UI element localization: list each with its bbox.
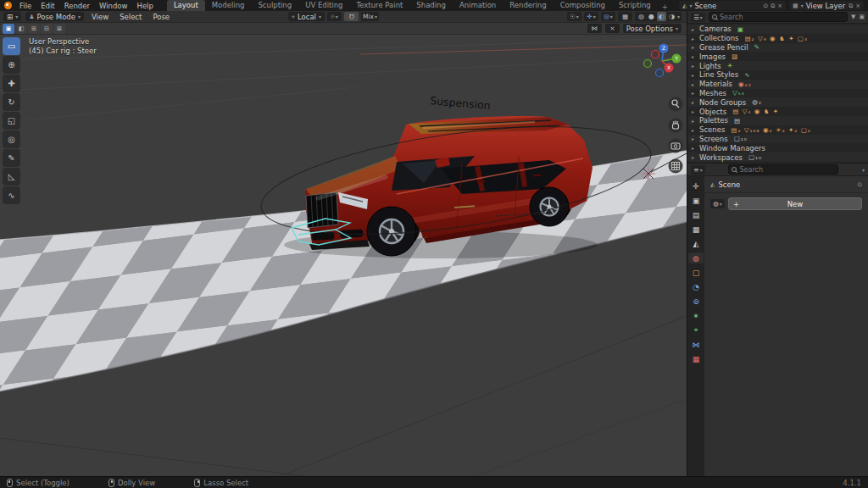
new-world-button[interactable]: + New [728,197,862,210]
workspace-tab[interactable]: Layout [167,0,205,11]
select-mode-button[interactable]: ⊟ [41,24,53,34]
expand-icon[interactable]: ▸ [692,44,697,50]
expand-icon[interactable]: ▸ [692,127,697,133]
pin-icon[interactable]: ⊙ [763,3,768,9]
select-mode-button[interactable]: ⊠ [53,24,65,34]
properties-tab[interactable]: ◔ [688,281,704,292]
outliner-row[interactable]: ▸ Line Styles ∿ [687,70,868,80]
transform-orientation-selector[interactable]: ⌖ Local ▾ [288,12,325,21]
viewport-menu[interactable]: View [88,13,112,21]
select-mode-button[interactable]: ▣ [3,24,14,34]
outliner-row[interactable]: ▸ Collections ▤₂ ▽₉ ◉ ♞ ✦ ▢₄ [687,34,868,43]
topbar-menu[interactable]: Render [60,1,94,11]
blender-logo-icon[interactable] [4,2,12,9]
expand-icon[interactable]: ▸ [692,53,697,59]
visibility-dropdown[interactable]: ☉ ▾ [567,12,581,21]
workspace-tab[interactable]: Compositing [554,0,612,11]
outliner-row[interactable]: ▸ Grease Pencil ✎ [687,43,868,53]
properties-tab[interactable]: ◭ [688,238,704,249]
outliner-row[interactable]: ▸ Cameras ▣ [687,25,868,34]
properties-tab[interactable]: ▦ [688,224,704,235]
workspace-tab[interactable]: Sculpting [251,0,298,11]
expand-icon[interactable]: ▸ [692,26,697,32]
expand-icon[interactable]: ▸ [692,99,697,105]
outliner-row[interactable]: ▸ Lights ☀ [687,61,868,70]
shading-mode-button[interactable]: ◐ [657,12,666,21]
properties-search-input[interactable] [739,166,835,174]
outliner-row[interactable]: ▸ Palettes ▤ [687,116,868,125]
chevron-down-icon[interactable]: ▾ [862,167,865,173]
outliner-search[interactable] [709,12,848,22]
outliner-row[interactable]: ▸ Materials ◉₂₃ [687,80,868,89]
shading-mode-button[interactable]: ◑ [667,12,676,21]
editor-type-selector[interactable]: ⊞ ▾ [3,12,21,21]
tool-button[interactable]: ◺ [3,168,20,186]
gizmos-toggle[interactable]: ✛ ▾ [584,12,598,21]
properties-tab[interactable]: ✶ [688,310,704,321]
properties-tab[interactable]: ◍ [688,252,704,263]
outliner-display-mode-selector[interactable]: ☰ ▾ [691,13,705,22]
expand-icon[interactable]: ▸ [692,72,697,78]
3d-viewport[interactable]: Suspension [0,35,687,476]
properties-editor-selector[interactable]: ≡ ▾ [691,165,705,175]
properties-tab[interactable]: ⊚ [688,296,704,307]
select-mode-button[interactable]: ◧ [15,24,27,34]
outliner-row[interactable]: ▸ Meshes ▽₅₄ [687,89,868,98]
expand-icon[interactable]: ▸ [692,145,697,151]
workspace-tab[interactable]: Animation [453,0,503,11]
expand-icon[interactable]: ▸ [692,108,697,114]
snap-toggle[interactable]: Ω [344,12,359,21]
outliner-row[interactable]: ▸ Screens ▢₁₀ [687,135,868,144]
xray-toggle[interactable]: ▦ [618,12,632,21]
tool-button[interactable]: ◱ [3,112,20,130]
snap-mode-selector[interactable]: Mix ▾ [361,12,379,21]
pin-icon[interactable]: ⊙ [857,181,862,188]
topbar-menu[interactable]: Edit [36,1,58,11]
tool-button[interactable]: ∿ [3,186,20,204]
mode-selector[interactable]: ♟ Pose Mode ▾ [25,12,84,21]
expand-icon[interactable]: ▸ [692,81,697,87]
copy-view-layer-icon[interactable]: ⧉ [849,3,853,9]
add-workspace-button[interactable]: + [658,3,672,11]
shading-mode-button[interactable]: ● [647,12,656,21]
new-collection-icon[interactable]: ▣ [859,14,865,20]
outliner-row[interactable]: ▸ Workspaces ▢₁₀ [687,152,868,162]
viewport-menu[interactable]: Pose [149,13,173,21]
topbar-menu[interactable]: Help [132,1,157,11]
properties-tab[interactable]: ⋈ [688,339,704,350]
perspective-toggle-button[interactable] [669,159,683,174]
snap-axis-toggle[interactable]: × [605,24,620,33]
outliner-row[interactable]: ▸ Images ▨ [687,52,868,61]
tool-button[interactable]: ✚ [3,75,20,92]
tool-button[interactable]: ⊕ [3,56,20,74]
properties-tab[interactable]: ✛ [688,180,704,191]
outliner-row[interactable]: ▸ Scenes ▤₂ ▽₁₆₈ ◉₂ ☀₂ ✦₂ ▢₂ [687,125,868,135]
properties-tab[interactable]: ▤ [688,209,704,220]
close-icon[interactable]: × [777,3,782,9]
expand-icon[interactable]: ▸ [692,36,697,42]
workspace-tab[interactable]: Rendering [503,0,553,11]
workspace-tab[interactable]: UV Editing [298,0,349,11]
properties-tab[interactable]: ▦ [688,353,704,364]
outliner-search-input[interactable] [720,14,844,21]
overlays-toggle[interactable]: ◎ ▾ [601,12,615,21]
tool-button[interactable]: ◎ [3,130,20,148]
outliner-row[interactable]: ▸ Window Managers [687,143,868,152]
world-datablock-selector[interactable]: ◍ ▾ [710,199,725,208]
workspace-tab[interactable]: Modeling [205,0,252,11]
close-icon[interactable]: × [855,3,860,9]
filter-icon[interactable]: ▼ [851,14,855,20]
expand-icon[interactable]: ▸ [692,90,697,96]
topbar-menu[interactable]: File [15,1,36,11]
properties-tab[interactable]: ⌖ [688,324,704,336]
scene-selector[interactable]: ◭ ▾ Scene ⊙ ⧉ × [679,1,786,10]
pan-hand-button[interactable] [669,119,683,133]
outliner-row[interactable]: ▸ Node Groups ◍₃ [687,97,868,107]
workspace-tab[interactable]: Shading [409,0,453,11]
topbar-menu[interactable]: Window [95,1,132,11]
tool-button[interactable]: ↻ [3,93,20,111]
expand-icon[interactable]: ▸ [692,136,697,141]
copy-scene-icon[interactable]: ⧉ [771,3,775,9]
pivot-point-selector[interactable]: ⌾ ▾ [327,12,342,21]
properties-tab[interactable]: ▢ [688,267,704,278]
